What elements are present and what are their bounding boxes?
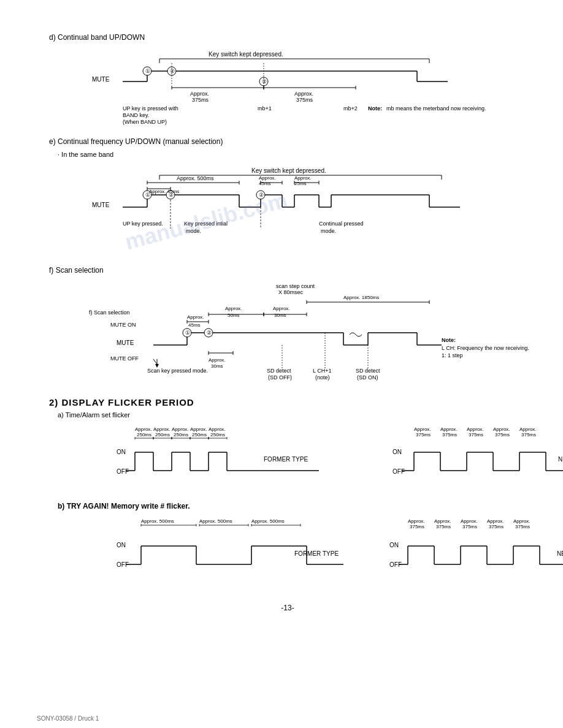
svg-text:L CH+1: L CH+1 <box>313 368 331 374</box>
diagram-d: Key switch kept depressed. MUTE ① ② <box>86 48 526 129</box>
svg-text:Key pressed intial: Key pressed intial <box>184 221 228 227</box>
page: manualslib.com d) Continual band UP/DOWN… <box>0 0 563 728</box>
svg-text:1: 1 step: 1: 1 step <box>442 352 463 358</box>
svg-text:②: ② <box>262 78 267 85</box>
svg-text:375ms: 375ms <box>192 97 209 103</box>
svg-text:Note:: Note: <box>368 105 382 112</box>
svg-text:Approx. 500ms: Approx. 500ms <box>141 518 174 524</box>
svg-text:Approx. 45ms: Approx. 45ms <box>149 189 179 194</box>
svg-text:Approx.: Approx. <box>273 306 290 311</box>
svg-text:Approx.: Approx. <box>190 91 209 97</box>
footer: SONY-03058 / Druck 1 <box>37 715 99 722</box>
svg-text:f)  Scan selection: f) Scan selection <box>89 309 130 316</box>
svg-text:375ms: 375ms <box>495 432 510 438</box>
svg-text:375ms: 375ms <box>296 97 313 103</box>
svg-text:375ms: 375ms <box>462 524 477 529</box>
sub-a-title: a) Time/Alarm set flicker <box>58 411 526 419</box>
svg-text:MUTE: MUTE <box>92 202 110 208</box>
svg-text:Approx.: Approx. <box>209 357 226 363</box>
svg-text:Approx. 500ms: Approx. 500ms <box>199 518 232 524</box>
svg-text:45ms: 45ms <box>259 181 271 186</box>
svg-text:②: ② <box>207 330 212 336</box>
section-display-flicker: 2) DISPLAY FLICKER PERIOD a) Time/Alarm … <box>49 397 526 585</box>
svg-text:UP key pressed.: UP key pressed. <box>123 221 163 227</box>
svg-text:mb means the meterband now rec: mb means the meterband now receiving. <box>386 105 486 112</box>
svg-text:375ms: 375ms <box>442 432 457 438</box>
svg-text:Approx.: Approx. <box>153 427 170 432</box>
svg-text:①: ① <box>185 330 190 336</box>
svg-text:mb+1: mb+1 <box>258 105 272 112</box>
svg-text:L CH: Frequency the now receiv: L CH: Frequency the now receiving. <box>442 345 529 351</box>
svg-text:(SD ON): (SD ON) <box>357 374 378 381</box>
svg-text:scan step count: scan step count <box>276 283 315 289</box>
svg-text:FORMER TYPE: FORMER TYPE <box>294 550 339 557</box>
svg-text:375ms: 375ms <box>515 524 530 529</box>
svg-text:ON: ON <box>393 449 402 455</box>
svg-text:SD detect: SD detect <box>267 368 291 374</box>
svg-text:Key switch kept depressed.: Key switch kept depressed. <box>209 51 283 58</box>
svg-text:(note): (note) <box>315 374 330 381</box>
svg-text:Approx.: Approx. <box>467 427 484 432</box>
svg-text:①: ① <box>145 68 150 74</box>
svg-text:Approx. 500ms: Approx. 500ms <box>177 175 214 181</box>
svg-text:375ms: 375ms <box>416 432 431 438</box>
section-f-title: f) Scan selection <box>49 266 526 275</box>
svg-text:250ms: 250ms <box>210 432 225 438</box>
section-d: d) Continual band UP/DOWN Key switch kep… <box>49 33 526 129</box>
svg-text:Approx.: Approx. <box>408 518 425 524</box>
svg-text:FORMER TYPE: FORMER TYPE <box>264 456 308 463</box>
svg-text:375ms: 375ms <box>410 524 424 529</box>
svg-text:Approx.: Approx. <box>519 427 537 432</box>
diagram-flicker-a-svg: Approx. 250ms Approx. 250ms Approx. 250m… <box>86 425 563 492</box>
svg-text:375ms: 375ms <box>469 432 483 438</box>
svg-text:375ms: 375ms <box>521 432 536 438</box>
svg-text:25ms: 25ms <box>294 181 307 186</box>
svg-text:Approx.: Approx. <box>172 427 189 432</box>
svg-text:50ms: 50ms <box>228 313 240 318</box>
svg-text:Approx.: Approx. <box>135 427 152 432</box>
diagram-flicker-a: Approx. 250ms Approx. 250ms Approx. 250m… <box>86 425 526 493</box>
svg-text:Scan key pressed mode.: Scan key pressed mode. <box>147 368 208 374</box>
page-number: -13- <box>49 604 526 612</box>
svg-text:mb+2: mb+2 <box>343 105 358 112</box>
svg-text:BAND key.: BAND key. <box>123 112 149 118</box>
svg-text:Approx.: Approx. <box>513 518 530 524</box>
svg-text:SD detect: SD detect <box>356 368 380 374</box>
svg-text:Approx. 1850ms: Approx. 1850ms <box>343 295 379 300</box>
svg-text:Approx.: Approx. <box>440 427 458 432</box>
diagram-f: scan step count X 80msec f) Scan selecti… <box>86 281 526 386</box>
svg-text:Approx.: Approx. <box>209 427 226 432</box>
svg-text:(SD OFF): (SD OFF) <box>268 374 292 381</box>
svg-text:Approx.: Approx. <box>187 314 204 320</box>
svg-text:mode.: mode. <box>321 228 336 234</box>
svg-text:250ms: 250ms <box>174 432 188 438</box>
svg-text:375ms: 375ms <box>436 524 451 529</box>
svg-text:250ms: 250ms <box>137 432 151 438</box>
svg-text:(When BAND UP): (When BAND UP) <box>123 119 167 125</box>
svg-text:Approx.: Approx. <box>461 518 478 524</box>
svg-text:X 80msec: X 80msec <box>278 289 304 295</box>
svg-text:ON: ON <box>117 542 126 548</box>
svg-text:Approx.: Approx. <box>434 518 451 524</box>
svg-text:30ms: 30ms <box>274 313 286 318</box>
svg-text:②: ② <box>170 68 175 74</box>
svg-text:NEW: NEW <box>557 550 563 557</box>
diagram-flicker-b-svg: Approx. 500ms Approx. 500ms Approx. 500m… <box>86 517 563 584</box>
svg-line-94 <box>153 359 157 364</box>
svg-text:Key switch kept depressed.: Key switch kept depressed. <box>251 167 326 174</box>
diagram-e: Key switch kept depressed. MUTE <box>86 164 526 257</box>
section-f: f) Scan selection scan step count X 80ms… <box>49 266 526 386</box>
svg-text:Approx.: Approx. <box>493 427 510 432</box>
svg-text:Approx. 500ms: Approx. 500ms <box>251 518 285 524</box>
svg-text:Approx.: Approx. <box>294 175 312 181</box>
section-d-title: d) Continual band UP/DOWN <box>49 33 526 42</box>
svg-text:30ms: 30ms <box>211 363 223 369</box>
svg-text:ON: ON <box>117 449 126 455</box>
svg-text:45ms: 45ms <box>188 322 201 328</box>
svg-text:250ms: 250ms <box>192 432 207 438</box>
svg-text:Approx.: Approx. <box>294 91 313 97</box>
svg-text:MUTE: MUTE <box>92 76 110 83</box>
svg-text:Approx.: Approx. <box>487 518 504 524</box>
svg-text:Approx.: Approx. <box>190 427 207 432</box>
svg-text:Note:: Note: <box>442 337 456 343</box>
